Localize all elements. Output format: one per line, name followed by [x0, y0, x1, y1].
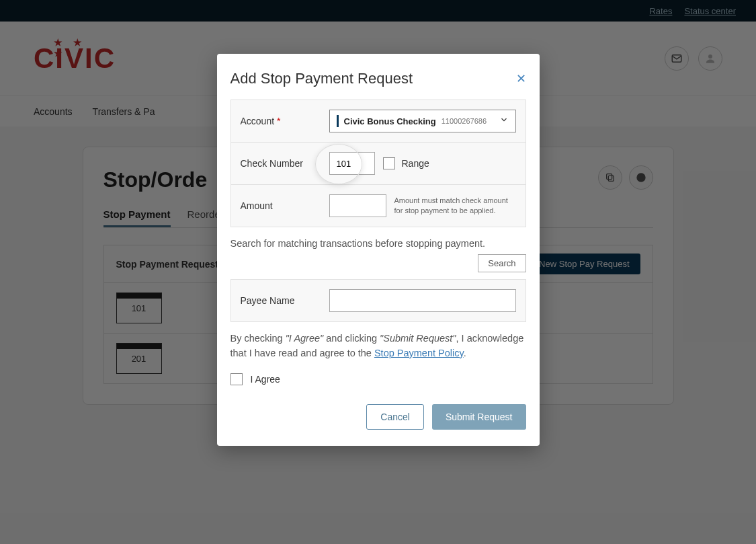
agree-checkbox[interactable]	[230, 373, 243, 385]
payee-label: Payee Name	[241, 295, 321, 306]
payee-input[interactable]	[329, 289, 516, 312]
search-button[interactable]: Search	[478, 254, 526, 272]
modal-title: Add Stop Payment Request	[230, 70, 413, 87]
account-select[interactable]: Civic Bonus Checking 11000267686	[329, 110, 516, 132]
check-number-input[interactable]	[329, 152, 375, 175]
range-checkbox[interactable]	[383, 157, 395, 169]
account-name: Civic Bonus Checking	[344, 116, 436, 126]
stop-payment-policy-link[interactable]: Stop Payment Policy	[374, 348, 464, 358]
amount-hint: Amount must match check amount for stop …	[394, 196, 516, 217]
form-section: Account * Civic Bonus Checking 110002676…	[230, 100, 526, 227]
amount-label: Amount	[241, 200, 321, 211]
close-icon[interactable]: ✕	[516, 71, 526, 86]
account-number: 11000267686	[442, 117, 487, 125]
submit-button[interactable]: Submit Request	[432, 404, 526, 430]
chevron-down-icon	[499, 115, 509, 127]
check-number-label: Check Number	[241, 158, 321, 169]
search-instruction: Search for matching transactions before …	[230, 238, 526, 249]
range-label: Range	[402, 158, 429, 169]
amount-input[interactable]	[329, 194, 386, 217]
account-label: Account *	[241, 116, 321, 126]
cancel-button[interactable]: Cancel	[366, 404, 424, 430]
stop-payment-modal: Add Stop Payment Request ✕ Account * Civ…	[217, 54, 540, 446]
agree-label: I Agree	[251, 374, 280, 385]
modal-overlay: Add Stop Payment Request ✕ Account * Civ…	[0, 0, 756, 544]
consent-text: By checking "I Agree" and clicking "Subm…	[230, 332, 526, 361]
